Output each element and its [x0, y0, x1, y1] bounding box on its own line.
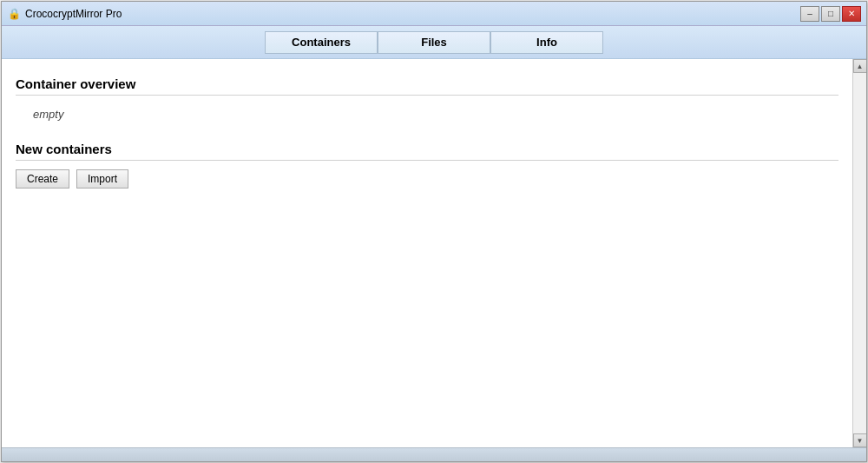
tab-containers[interactable]: Containers [265, 31, 378, 54]
titlebar-left: 🔒 CrococryptMirror Pro [7, 7, 122, 21]
statusbar [2, 447, 866, 461]
scrollbar: ▲ ▼ [852, 59, 866, 447]
content-area: Container overview empty New containers … [2, 59, 866, 447]
tab-files[interactable]: Files [378, 31, 490, 54]
app-icon: 🔒 [7, 7, 21, 21]
empty-label: empty [16, 101, 838, 128]
titlebar: 🔒 CrococryptMirror Pro – □ ✕ [2, 2, 866, 26]
window-title: CrococryptMirror Pro [25, 8, 122, 20]
close-button[interactable]: ✕ [842, 6, 861, 22]
restore-button[interactable]: □ [821, 6, 840, 22]
tab-info[interactable]: Info [490, 31, 603, 54]
scroll-down-arrow[interactable]: ▼ [853, 433, 867, 447]
new-containers-section: New containers Create Import [16, 142, 838, 189]
create-button[interactable]: Create [16, 169, 69, 189]
window-controls: – □ ✕ [800, 6, 861, 22]
action-buttons: Create Import [16, 169, 838, 189]
scroll-track[interactable] [853, 73, 866, 433]
scroll-up-arrow[interactable]: ▲ [853, 59, 867, 73]
minimize-button[interactable]: – [800, 6, 819, 22]
import-button[interactable]: Import [76, 169, 128, 189]
toolbar: Containers Files Info [2, 26, 866, 59]
main-content: Container overview empty New containers … [2, 59, 852, 447]
main-window: 🔒 CrococryptMirror Pro – □ ✕ Containers … [1, 1, 867, 462]
container-overview-heading: Container overview [16, 76, 838, 96]
new-containers-heading: New containers [16, 142, 838, 161]
